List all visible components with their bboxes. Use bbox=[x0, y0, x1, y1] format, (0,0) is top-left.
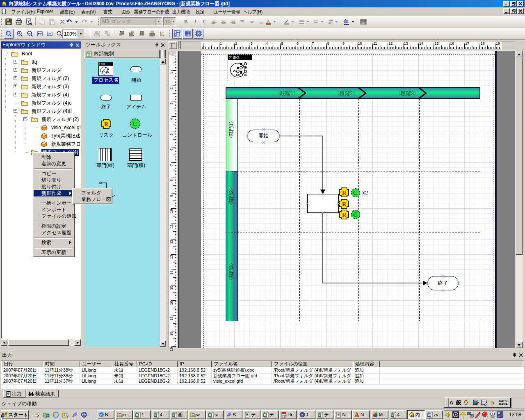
context-menu-item[interactable]: 表示の更新 bbox=[34, 249, 73, 256]
table-header-cell[interactable]: 社員番号 bbox=[112, 361, 137, 367]
folder-view-icon[interactable] bbox=[43, 411, 50, 418]
stage-banner[interactable]: 〈段階1〉 〈段階2〉 〈段階3〉 bbox=[226, 87, 480, 99]
taskbar-button[interactable]: re... bbox=[115, 410, 133, 419]
mdi-close-button[interactable] bbox=[517, 8, 524, 14]
department-2-band[interactable]: 〈部門2〉 bbox=[226, 171, 237, 233]
context-menu-item[interactable]: 新規作成 bbox=[34, 190, 73, 196]
tree-item[interactable]: zy5(業務記述書 bbox=[51, 132, 81, 139]
ie-icon[interactable]: e bbox=[52, 411, 59, 418]
table-cell[interactable]: 新規業務フロー図.gfd bbox=[212, 373, 272, 379]
toolbar-grip[interactable] bbox=[1, 17, 2, 26]
taskbar-button[interactable]: S... bbox=[225, 410, 242, 419]
table-cell[interactable]: visio_excel.gfd bbox=[212, 379, 272, 384]
menu-workflow[interactable]: 業務フローの作成 bbox=[134, 9, 169, 16]
table-cell[interactable]: LEGEND18G-2 bbox=[137, 368, 178, 373]
taskbar-button[interactable]: eN... bbox=[97, 410, 114, 419]
toolbox-risk-icon[interactable]: R bbox=[101, 119, 111, 129]
print-preview-button[interactable] bbox=[24, 17, 34, 27]
redo-dropdown[interactable] bbox=[89, 17, 94, 27]
control-badge-1[interactable]: C bbox=[351, 188, 361, 198]
table-header-cell[interactable]: 日付 bbox=[2, 361, 43, 367]
undo-button[interactable] bbox=[65, 17, 74, 27]
painter-icon[interactable] bbox=[497, 411, 503, 418]
ruler-origin-button[interactable] bbox=[169, 41, 177, 49]
table-header-cell[interactable]: PC-ID bbox=[137, 361, 178, 367]
taskbar-button[interactable]: N... bbox=[334, 410, 352, 419]
menu-shape[interactable]: 図形 bbox=[121, 9, 130, 16]
department-1-band[interactable]: 〈部門1〉 bbox=[226, 99, 237, 171]
toolbox-process-icon[interactable]: ﾌﾟﾛｾｽ bbox=[98, 62, 113, 76]
print-button[interactable] bbox=[14, 17, 24, 27]
taskbar-button[interactable]: 内.. bbox=[407, 410, 425, 419]
toolbox-item-dept-h[interactable]: 部門(横) bbox=[122, 162, 150, 169]
undo-dropdown[interactable] bbox=[74, 17, 79, 27]
close-button[interactable] bbox=[517, 1, 524, 7]
font-color-button[interactable]: A bbox=[265, 17, 272, 27]
tree-expander[interactable]: + bbox=[14, 76, 17, 80]
scrollbar-thumb[interactable] bbox=[516, 57, 523, 255]
scrollbar-thumb[interactable] bbox=[8, 339, 69, 346]
line-style-button[interactable] bbox=[313, 17, 320, 27]
ungroup-button[interactable] bbox=[103, 29, 112, 39]
toolbox-dept-v-icon[interactable] bbox=[99, 148, 112, 161]
context-submenu-item[interactable]: 業務フロー図 bbox=[73, 196, 111, 203]
table-cell[interactable]: 11時11分38秒 bbox=[43, 373, 80, 379]
tree-expander[interactable]: + bbox=[14, 93, 17, 96]
toolbar-grip[interactable] bbox=[98, 17, 99, 26]
grid-toggle-button[interactable] bbox=[183, 29, 193, 39]
guides-toggle-button[interactable] bbox=[194, 29, 203, 39]
tree-expander[interactable]: + bbox=[14, 84, 17, 88]
menu-explorer[interactable]: Explorer bbox=[37, 9, 53, 14]
word-register-icon[interactable] bbox=[481, 399, 488, 406]
copy-button[interactable] bbox=[37, 17, 47, 27]
tree-item[interactable]: 新規フォルダ (2) bbox=[32, 75, 69, 82]
toolbox-item-end[interactable]: 終了 bbox=[94, 103, 118, 110]
toolbox-end-icon[interactable] bbox=[100, 95, 112, 100]
align-right-button[interactable] bbox=[228, 17, 238, 27]
toolbox-start-icon[interactable] bbox=[130, 66, 142, 72]
langbar-grip[interactable] bbox=[445, 398, 449, 407]
chevron-down-icon[interactable]: ▼ bbox=[171, 18, 176, 25]
bring-forward-button[interactable] bbox=[116, 29, 126, 39]
tree-expander[interactable]: − bbox=[4, 52, 7, 55]
toolbox-item-item[interactable]: アイテム bbox=[124, 103, 148, 110]
control-badge-2[interactable]: C bbox=[351, 210, 361, 219]
table-cell[interactable]: LiLiang bbox=[80, 368, 112, 373]
table-cell[interactable]: 11時11分37秒 bbox=[43, 379, 80, 384]
fill-color-dropdown[interactable] bbox=[350, 17, 356, 27]
zoom-width-button[interactable] bbox=[35, 29, 45, 39]
line-width-button[interactable] bbox=[298, 17, 305, 27]
send-back-button[interactable] bbox=[147, 29, 157, 39]
table-cell[interactable]: 未知 bbox=[112, 368, 137, 373]
toolbox-control-icon[interactable]: C bbox=[130, 118, 141, 129]
input-mode-button[interactable]: A bbox=[450, 399, 453, 406]
table-cell[interactable]: LiLiang bbox=[80, 373, 112, 379]
context-menu-item[interactable]: 権限の設定 bbox=[34, 223, 73, 229]
table-cell[interactable]: 未知 bbox=[112, 373, 137, 379]
diamond-icon[interactable] bbox=[460, 411, 466, 418]
valign-top-button[interactable] bbox=[237, 17, 247, 27]
pin-icon[interactable] bbox=[70, 43, 73, 47]
scroll-up-icon[interactable] bbox=[160, 59, 166, 64]
flow-end-shape[interactable]: 終了 bbox=[427, 276, 459, 290]
taskbar-button[interactable]: テ... bbox=[243, 410, 260, 419]
context-menu-item[interactable]: 切り取り bbox=[34, 177, 73, 183]
tree-item[interactable]: 新規フォルダ bbox=[32, 67, 62, 74]
conversion-mode-button[interactable]: 般 bbox=[456, 399, 461, 406]
table-cell[interactable]: 192.168.0.52 bbox=[178, 379, 212, 384]
line-style-dropdown[interactable] bbox=[320, 17, 325, 27]
save-button[interactable] bbox=[4, 17, 14, 27]
context-menu-item[interactable]: 貼り付け bbox=[34, 183, 73, 190]
tree-item[interactable]: 新規フォルダ (4)II bbox=[32, 108, 72, 115]
tree-item[interactable]: ttq bbox=[32, 59, 37, 65]
toolbox-item-process-name[interactable]: プロセス名 bbox=[92, 77, 119, 84]
paste-button[interactable] bbox=[47, 17, 57, 27]
toolbox-scrollbar[interactable] bbox=[160, 59, 166, 347]
table-cell[interactable]: LEGEND18G-2 bbox=[137, 373, 178, 379]
toolbox-item-dept-v[interactable]: 部門(縦) bbox=[91, 162, 119, 169]
dictionary-icon[interactable] bbox=[472, 399, 479, 406]
taskbar-button[interactable]: N... bbox=[352, 410, 370, 419]
fill-pattern-button[interactable] bbox=[358, 17, 368, 27]
valign-middle-button[interactable] bbox=[247, 17, 257, 27]
table-header-cell[interactable]: ファイルの位置 bbox=[272, 361, 353, 367]
